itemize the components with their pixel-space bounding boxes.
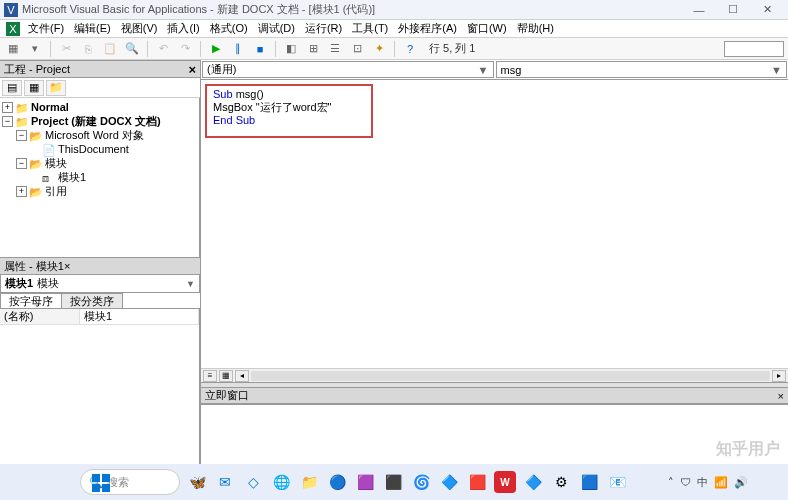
project-pane-header: 工程 - Project × bbox=[0, 60, 200, 78]
menu-insert[interactable]: 插入(I) bbox=[163, 21, 203, 36]
maximize-button[interactable]: ☐ bbox=[716, 1, 750, 19]
code-scrollbar[interactable]: ≡ ▦ ◂ ▸ bbox=[201, 368, 788, 382]
menu-debug[interactable]: 调试(D) bbox=[254, 21, 299, 36]
taskbar-app-explorer[interactable]: 📁 bbox=[298, 471, 320, 493]
tree-node-thisdocument[interactable]: 📄ThisDocument bbox=[2, 142, 197, 156]
scroll-right-icon[interactable]: ▸ bbox=[772, 370, 786, 382]
view-full-module-icon[interactable]: ▦ bbox=[219, 370, 233, 382]
immediate-pane-close-icon[interactable]: × bbox=[778, 390, 784, 402]
separator bbox=[147, 41, 148, 57]
separator bbox=[200, 41, 201, 57]
tray-chevron-icon[interactable]: ˄ bbox=[668, 476, 674, 489]
minimize-button[interactable]: — bbox=[682, 1, 716, 19]
tree-node-normal[interactable]: +📁Normal bbox=[2, 100, 197, 114]
immediate-window[interactable] bbox=[201, 404, 788, 464]
tab-alphabetic[interactable]: 按字母序 bbox=[0, 293, 62, 308]
pause-icon[interactable]: ∥ bbox=[229, 40, 247, 58]
tree-node-references[interactable]: +📂引用 bbox=[2, 184, 197, 198]
title-bar: V Microsoft Visual Basic for Application… bbox=[0, 0, 788, 20]
undo-icon[interactable]: ↶ bbox=[154, 40, 172, 58]
toolbar: ▦ ▾ ✂ ⎘ 📋 🔍 ↶ ↷ ▶ ∥ ■ ◧ ⊞ ☰ ⊡ ✦ ? 行 5, 列… bbox=[0, 38, 788, 60]
menu-tools[interactable]: 工具(T) bbox=[348, 21, 392, 36]
menu-view[interactable]: 视图(V) bbox=[117, 21, 162, 36]
close-button[interactable]: ✕ bbox=[750, 1, 784, 19]
copy-icon[interactable]: ⎘ bbox=[79, 40, 97, 58]
find-icon[interactable]: 🔍 bbox=[123, 40, 141, 58]
menu-addins[interactable]: 外接程序(A) bbox=[394, 21, 461, 36]
design-mode-icon[interactable]: ◧ bbox=[282, 40, 300, 58]
chevron-down-icon: ▼ bbox=[478, 64, 489, 76]
stop-icon[interactable]: ■ bbox=[251, 40, 269, 58]
cut-icon[interactable]: ✂ bbox=[57, 40, 75, 58]
tree-node-modules[interactable]: −📂模块 bbox=[2, 156, 197, 170]
taskbar-app-wps[interactable]: W bbox=[494, 471, 516, 493]
properties-grid[interactable]: (名称) 模块1 bbox=[0, 309, 200, 464]
properties-object-selector[interactable]: 模块1模块▼ bbox=[0, 275, 200, 293]
chevron-down-icon: ▼ bbox=[186, 279, 195, 289]
object-browser-icon[interactable]: ⊡ bbox=[348, 40, 366, 58]
taskbar-app-edge[interactable]: 🌀 bbox=[410, 471, 432, 493]
excel-icon[interactable]: X bbox=[6, 22, 20, 36]
taskbar-app-chrome[interactable]: 🔵 bbox=[326, 471, 348, 493]
toolbox-icon[interactable]: ✦ bbox=[370, 40, 388, 58]
taskbar-app-7[interactable]: ⚙ bbox=[550, 471, 572, 493]
view-procedure-icon[interactable]: ≡ bbox=[203, 370, 217, 382]
properties-icon[interactable]: ☰ bbox=[326, 40, 344, 58]
menu-edit[interactable]: 编辑(E) bbox=[70, 21, 115, 36]
tree-node-word-objects[interactable]: −📂Microsoft Word 对象 bbox=[2, 128, 197, 142]
tray-security-icon[interactable]: 🛡 bbox=[680, 476, 691, 488]
view-code-icon[interactable]: ▤ bbox=[2, 80, 22, 96]
dropdown-icon[interactable]: ▾ bbox=[26, 40, 44, 58]
taskbar-app-4[interactable]: 🔷 bbox=[438, 471, 460, 493]
taskbar-app-1[interactable]: 🦋 bbox=[186, 471, 208, 493]
project-explorer-icon[interactable]: ⊞ bbox=[304, 40, 322, 58]
tree-node-module1[interactable]: ⧈模块1 bbox=[2, 170, 197, 184]
toolbar-combo[interactable] bbox=[724, 41, 784, 57]
chevron-down-icon: ▼ bbox=[771, 64, 782, 76]
taskbar-app-terminal[interactable]: ⬛ bbox=[382, 471, 404, 493]
tray-wifi-icon[interactable]: 📶 bbox=[714, 476, 728, 489]
project-pane-close-icon[interactable]: × bbox=[188, 62, 196, 77]
run-icon[interactable]: ▶ bbox=[207, 40, 225, 58]
tree-node-project[interactable]: −📁Project (新建 DOCX 文档) bbox=[2, 114, 197, 128]
code-editor[interactable]: Sub msg() MsgBox "运行了word宏" End Sub bbox=[201, 80, 788, 368]
tray-ime-icon[interactable]: 中 bbox=[697, 475, 708, 490]
taskbar-app-8[interactable]: 🟦 bbox=[578, 471, 600, 493]
toggle-folders-icon[interactable]: 📁 bbox=[46, 80, 66, 96]
taskbar-app-6[interactable]: 🔷 bbox=[522, 471, 544, 493]
start-button[interactable] bbox=[90, 472, 112, 494]
redo-icon[interactable]: ↷ bbox=[176, 40, 194, 58]
property-row[interactable]: (名称) 模块1 bbox=[0, 309, 199, 325]
procedure-dropdown[interactable]: msg▼ bbox=[496, 61, 788, 78]
object-dropdown[interactable]: (通用)▼ bbox=[202, 61, 494, 78]
window-controls: — ☐ ✕ bbox=[682, 1, 784, 19]
left-panel: 工程 - Project × ▤ ▦ 📁 +📁Normal −📁Project … bbox=[0, 60, 200, 464]
properties-pane-title: 属性 - 模块1 bbox=[4, 259, 64, 274]
taskbar-app-5[interactable]: 🟥 bbox=[466, 471, 488, 493]
property-value[interactable]: 模块1 bbox=[80, 309, 199, 324]
taskbar-app-3[interactable]: 🟪 bbox=[354, 471, 376, 493]
menu-run[interactable]: 运行(R) bbox=[301, 21, 346, 36]
scroll-left-icon[interactable]: ◂ bbox=[235, 370, 249, 382]
menu-help[interactable]: 帮助(H) bbox=[513, 21, 558, 36]
menu-file[interactable]: 文件(F) bbox=[24, 21, 68, 36]
project-tree[interactable]: +📁Normal −📁Project (新建 DOCX 文档) −📂Micros… bbox=[0, 98, 200, 257]
svg-rect-7 bbox=[102, 484, 110, 492]
taskbar-app-mail[interactable]: ✉ bbox=[214, 471, 236, 493]
tab-categorized[interactable]: 按分类序 bbox=[61, 293, 123, 308]
properties-pane-close-icon[interactable]: × bbox=[64, 260, 70, 272]
tray-volume-icon[interactable]: 🔊 bbox=[734, 476, 748, 489]
taskbar[interactable]: 🔍 搜索 🦋 ✉ ◇ 🌐 📁 🔵 🟪 ⬛ 🌀 🔷 🟥 W 🔷 ⚙ 🟦 📧 ˄ 🛡… bbox=[0, 464, 788, 500]
system-tray[interactable]: ˄ 🛡 中 📶 🔊 bbox=[668, 475, 748, 490]
properties-tabs: 按字母序 按分类序 bbox=[0, 293, 200, 309]
view-object-icon[interactable]: ▦ bbox=[24, 80, 44, 96]
menu-format[interactable]: 格式(O) bbox=[206, 21, 252, 36]
view-code-icon[interactable]: ▦ bbox=[4, 40, 22, 58]
menu-window[interactable]: 窗口(W) bbox=[463, 21, 511, 36]
taskbar-app-2[interactable]: 🌐 bbox=[270, 471, 292, 493]
taskbar-app-vscode[interactable]: ◇ bbox=[242, 471, 264, 493]
project-toolbar: ▤ ▦ 📁 bbox=[0, 78, 200, 98]
help-icon[interactable]: ? bbox=[401, 40, 419, 58]
paste-icon[interactable]: 📋 bbox=[101, 40, 119, 58]
taskbar-app-outlook[interactable]: 📧 bbox=[606, 471, 628, 493]
